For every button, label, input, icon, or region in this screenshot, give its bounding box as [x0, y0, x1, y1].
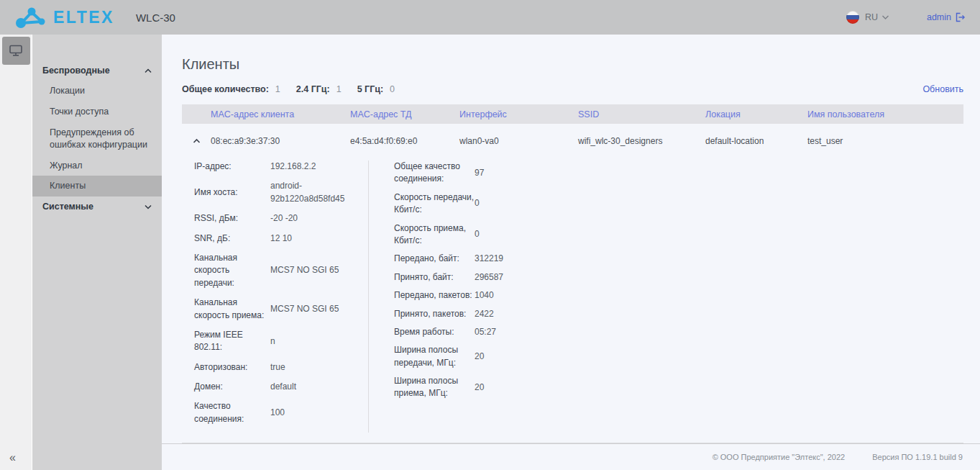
count-5ghz-value: 0	[390, 84, 395, 94]
client-table-row[interactable]: 08:ec:a9:3e:37:30 e4:5a:d4:f0:69:e0 wlan…	[182, 124, 963, 161]
eltex-molecule-icon	[14, 6, 47, 29]
page-title: Клиенты	[182, 56, 963, 73]
client-details-panel: IP-адрес:192.168.2.2 Имя хоста:android-9…	[182, 161, 963, 443]
monitor-icon	[8, 44, 24, 58]
app-header: ELTEX WLC-30 RU admin	[0, 0, 980, 35]
detail-ip-address: IP-адрес:192.168.2.2	[194, 161, 358, 173]
details-left-column: IP-адрес:192.168.2.2 Имя хоста:android-9…	[194, 161, 369, 433]
detail-rx-bandwidth: Ширина полосы приема, МГц:20	[394, 375, 963, 400]
sidebar-item-locations[interactable]: Локации	[32, 81, 162, 101]
count-total: Общее количество: 1	[182, 84, 280, 94]
count-total-label: Общее количество:	[182, 84, 269, 94]
collapse-sidebar-button[interactable]: «	[9, 451, 16, 464]
detail-tx-bandwidth: Ширина полосы передачи, МГц:20	[394, 344, 963, 369]
sidebar-nav: Беспроводные Локации Точки доступа Преду…	[32, 35, 162, 470]
count-5ghz: 5 ГГц: 0	[357, 84, 395, 94]
sidebar-group-wireless[interactable]: Беспроводные	[32, 60, 162, 81]
detail-snr: SNR, дБ:12 10	[194, 232, 358, 245]
chevron-down-icon	[145, 204, 152, 209]
username-label: admin	[927, 12, 951, 22]
main-area: Клиенты Общее количество: 1 2.4 ГГц: 1 5…	[162, 35, 980, 470]
detail-rx-speed: Скорость приема, Кбит/с:0	[394, 222, 963, 248]
detail-rx-channel-rate: Канальная скорость приема:MCS7 NO SGI 65	[194, 297, 358, 322]
footer-version: Версия ПО 1.19.1 build 9	[872, 453, 963, 461]
russian-flag-icon	[846, 11, 859, 24]
col-interface[interactable]: Интерфейс	[459, 109, 578, 119]
col-username[interactable]: Имя пользователя	[807, 109, 963, 119]
count-5ghz-label: 5 ГГц:	[357, 84, 383, 94]
footer-copyright: © ООО Предприятие "Элтекс", 2022	[713, 453, 846, 461]
detail-ieee-mode: Режим IEEE 802.11:n	[194, 329, 358, 354]
cell-mac-ap: e4:5a:d4:f0:69:e0	[350, 136, 459, 146]
details-right-column: Общее качество соединения:97 Скорость пе…	[369, 161, 963, 433]
eltex-logo: ELTEX	[14, 6, 114, 29]
page-footer: © ООО Предприятие "Элтекс", 2022 Версия …	[162, 443, 980, 470]
detail-overall-quality: Общее качество соединения:97	[394, 161, 963, 186]
col-location[interactable]: Локация	[705, 109, 807, 119]
detail-tx-bytes: Передано, байт:312219	[394, 253, 963, 265]
cell-ssid: wifi_wlc-30_designers	[578, 136, 705, 146]
count-2_4ghz-label: 2.4 ГГц:	[296, 84, 330, 94]
detail-tx-speed: Скорость передачи, Кбит/с:0	[394, 191, 963, 217]
detail-link-quality: Качество соединения:100	[194, 400, 358, 425]
group-system-label: Системные	[42, 202, 93, 212]
detail-rssi: RSSI, дБм:-20 -20	[194, 212, 358, 225]
clients-table-header: MAC-адрес клиента MAC-адрес ТД Интерфейс…	[182, 104, 963, 124]
detail-rx-bytes: Принято, байт:296587	[394, 271, 963, 284]
monitoring-mode-button[interactable]	[2, 37, 30, 65]
logout-icon[interactable]	[956, 12, 966, 22]
col-ssid[interactable]: SSID	[578, 109, 705, 119]
left-rail: «	[0, 35, 32, 470]
product-name: WLC-30	[136, 12, 175, 24]
cell-mac-client: 08:ec:a9:3e:37:30	[211, 136, 350, 146]
sidebar-group-system[interactable]: Системные	[32, 196, 162, 217]
brand-text: ELTEX	[53, 8, 114, 27]
client-counts: Общее количество: 1 2.4 ГГц: 1 5 ГГц: 0 …	[182, 84, 963, 94]
cell-username: test_user	[807, 136, 963, 146]
detail-domain: Домен:default	[194, 381, 358, 393]
cell-location: default-location	[705, 136, 807, 146]
count-2_4ghz: 2.4 ГГц: 1	[296, 84, 342, 94]
sidebar-item-journal[interactable]: Журнал	[32, 155, 162, 176]
group-wireless-label: Беспроводные	[42, 65, 110, 76]
logged-in-user[interactable]: admin	[927, 12, 966, 22]
refresh-button[interactable]: Обновить	[922, 84, 963, 94]
detail-hostname: Имя хоста:android-92b1220a8d58fd45	[194, 180, 358, 205]
col-mac-ap[interactable]: MAC-адрес ТД	[350, 109, 459, 119]
sidebar-item-access-points[interactable]: Точки доступа	[32, 101, 162, 122]
sidebar-item-config-warnings[interactable]: Предупреждения об ошибках конфигурации	[32, 122, 162, 155]
chevron-up-icon	[145, 68, 152, 73]
detail-tx-packets: Передано, пакетов:1040	[394, 289, 963, 302]
count-total-value: 1	[275, 84, 280, 94]
chevron-down-icon[interactable]	[881, 14, 889, 20]
language-selector[interactable]: RU	[865, 12, 878, 22]
collapse-row-icon[interactable]	[182, 138, 211, 144]
count-2_4ghz-value: 1	[336, 84, 342, 94]
detail-authorized: Авторизован:true	[194, 361, 358, 374]
sidebar-item-clients[interactable]: Клиенты	[32, 176, 162, 196]
detail-rx-packets: Принято, пакетов:2422	[394, 308, 963, 320]
cell-interface: wlan0-va0	[459, 136, 578, 146]
detail-uptime: Время работы:05:27	[394, 326, 963, 338]
detail-tx-channel-rate: Канальная скорость передачи:MCS7 NO SGI …	[194, 252, 358, 289]
col-mac-client[interactable]: MAC-адрес клиента	[211, 109, 350, 119]
